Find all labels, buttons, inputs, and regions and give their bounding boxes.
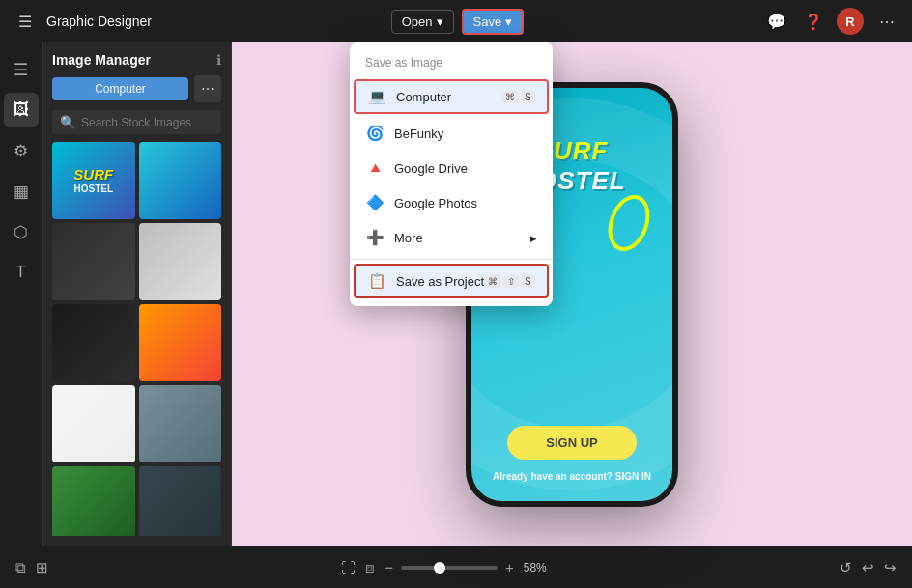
more-label: More — [394, 231, 423, 245]
bottom-left: ⧉ ⊞ — [15, 559, 48, 576]
save-label: Save — [473, 14, 502, 29]
undo-icon[interactable]: ↩ — [862, 559, 874, 576]
sidebar-controls: Computer ⋯ — [52, 75, 221, 102]
zoom-controls: − + — [385, 559, 514, 575]
app-title: Graphic Designer — [46, 14, 152, 29]
save-befunky-item[interactable]: 🌀 BeFunky — [350, 116, 553, 151]
list-item[interactable]: SURF HOSTEL — [52, 142, 135, 219]
save-button[interactable]: Save ▾ — [462, 9, 525, 35]
open-chevron: ▾ — [437, 14, 443, 29]
save-computer-shortcut: ⌘ S — [501, 91, 535, 103]
history-back-icon[interactable]: ↺ — [840, 559, 852, 576]
googlephotos-left: 🔷 Google Photos — [365, 193, 477, 212]
list-item[interactable] — [139, 466, 222, 536]
save-more-item[interactable]: ➕ More ▸ — [350, 220, 553, 255]
search-icon: 🔍 — [60, 115, 75, 129]
search-input[interactable] — [81, 116, 214, 129]
expand-icon[interactable]: ⋯ — [873, 8, 900, 35]
befunky-label: BeFunky — [394, 126, 443, 141]
save-computer-item[interactable]: 💻 Computer ⌘ S — [354, 79, 549, 114]
list-item[interactable] — [52, 223, 135, 300]
googlephotos-label: Google Photos — [394, 196, 477, 210]
zoom-thumb — [434, 562, 445, 574]
layers-icon[interactable]: ⧉ — [15, 559, 26, 576]
list-item[interactable] — [139, 142, 222, 219]
wave-decoration — [601, 188, 657, 256]
googledrive-label: Google Drive — [394, 161, 468, 176]
signin-prefix: Already have an account? — [493, 471, 613, 482]
befunky-icon: 🌀 — [365, 124, 385, 143]
more-chevron: ▸ — [530, 231, 537, 245]
sidebar-item-text[interactable]: T — [4, 255, 39, 290]
save-dropdown-menu: Save as Image 💻 Computer ⌘ S 🌀 BeFunky — [350, 42, 553, 306]
zoom-in-icon[interactable]: + — [505, 559, 514, 575]
list-item[interactable] — [139, 223, 222, 300]
canvas-area: SURF HOSTEL SIGN UP Already have an acco… — [232, 42, 912, 546]
top-bar: ☰ Graphic Designer Open ▾ Save ▾ Save as… — [0, 0, 912, 42]
bottom-bar: ⧉ ⊞ ⛶ ⧈ − + 58% ↺ ↩ ↪ — [0, 546, 912, 588]
crop-icon[interactable]: ⧈ — [365, 559, 375, 576]
fit-screen-icon[interactable]: ⛶ — [341, 559, 356, 575]
zoom-out-icon[interactable]: − — [385, 559, 393, 575]
redo-icon[interactable]: ↪ — [884, 559, 897, 576]
save-googlephotos-item[interactable]: 🔷 Google Photos — [350, 185, 553, 220]
zoom-percent[interactable]: 58% — [524, 561, 547, 574]
image-grid: SURF HOSTEL — [52, 142, 221, 536]
list-item[interactable] — [139, 304, 222, 381]
list-item[interactable] — [139, 385, 222, 462]
signin-text: Already have an account? SIGN IN — [493, 471, 651, 482]
more-left: ➕ More — [365, 228, 423, 247]
user-avatar[interactable]: R — [837, 8, 864, 35]
help-icon[interactable]: ❓ — [800, 8, 827, 35]
s-key2: S — [521, 275, 535, 288]
sidebar-item-images[interactable]: 🖼 — [4, 93, 39, 127]
bottom-center: ⛶ ⧈ − + 58% — [341, 559, 547, 576]
sidebar-item-shapes[interactable]: ⬡ — [4, 214, 39, 249]
project-icon: 📋 — [367, 271, 386, 291]
computer-icon: 💻 — [367, 87, 386, 106]
googlephotos-icon: 🔷 — [365, 193, 385, 212]
open-label: Open — [402, 14, 433, 29]
grid-icon[interactable]: ⊞ — [36, 559, 48, 576]
list-item[interactable] — [52, 304, 135, 381]
save-project-shortcut: ⌘ ⇧ S — [484, 275, 535, 288]
sidebar: Image Manager ℹ Computer ⋯ 🔍 SURF HOSTEL — [43, 42, 232, 546]
computer-button[interactable]: Computer — [52, 77, 188, 100]
signup-button[interactable]: SIGN UP — [507, 426, 636, 460]
save-computer-left: 💻 Computer — [367, 87, 451, 106]
save-as-project-item[interactable]: 📋 Save as Project ⌘ ⇧ S — [354, 264, 549, 298]
cmd-key2: ⌘ — [484, 275, 501, 288]
shift-key: ⇧ — [503, 275, 519, 288]
sidebar-item-menu[interactable]: ☰ — [4, 52, 39, 87]
top-bar-center: Open ▾ Save ▾ Save as Image 💻 Computer ⌘… — [391, 9, 524, 35]
dropdown-divider — [350, 259, 553, 260]
hamburger-icon[interactable]: ☰ — [12, 8, 39, 35]
list-item[interactable] — [52, 466, 135, 536]
sidebar-item-layers[interactable]: ▦ — [4, 174, 39, 209]
save-googledrive-item[interactable]: 🔺 Google Drive — [350, 151, 553, 185]
top-bar-left: ☰ Graphic Designer — [12, 8, 152, 35]
sidebar-header: Image Manager ℹ — [52, 52, 221, 68]
chat-icon[interactable]: 💬 — [763, 8, 790, 35]
zoom-slider[interactable] — [401, 566, 498, 570]
sidebar-item-filters[interactable]: ⚙ — [4, 133, 39, 168]
bottom-right: ↺ ↩ ↪ — [840, 559, 897, 576]
sidebar-title: Image Manager — [52, 52, 151, 68]
save-computer-label: Computer — [396, 90, 451, 104]
googledrive-left: 🔺 Google Drive — [365, 158, 468, 178]
save-project-label: Save as Project — [396, 274, 484, 289]
icon-bar: ☰ 🖼 ⚙ ▦ ⬡ T — [0, 42, 43, 546]
googledrive-icon: 🔺 — [365, 158, 385, 178]
save-chevron: ▾ — [505, 14, 512, 29]
info-icon[interactable]: ℹ — [216, 52, 221, 68]
top-bar-right: 💬 ❓ R ⋯ — [763, 8, 900, 35]
open-button[interactable]: Open ▾ — [391, 10, 454, 34]
dropdown-header: Save as Image — [350, 48, 553, 77]
save-project-left: 📋 Save as Project — [367, 271, 484, 291]
list-item[interactable] — [52, 385, 135, 462]
befunky-left: 🌀 BeFunky — [365, 124, 443, 143]
more-options-button[interactable]: ⋯ — [194, 75, 221, 102]
search-bar[interactable]: 🔍 — [52, 110, 221, 134]
s-key: S — [521, 91, 535, 103]
signin-link: SIGN IN — [615, 471, 651, 482]
